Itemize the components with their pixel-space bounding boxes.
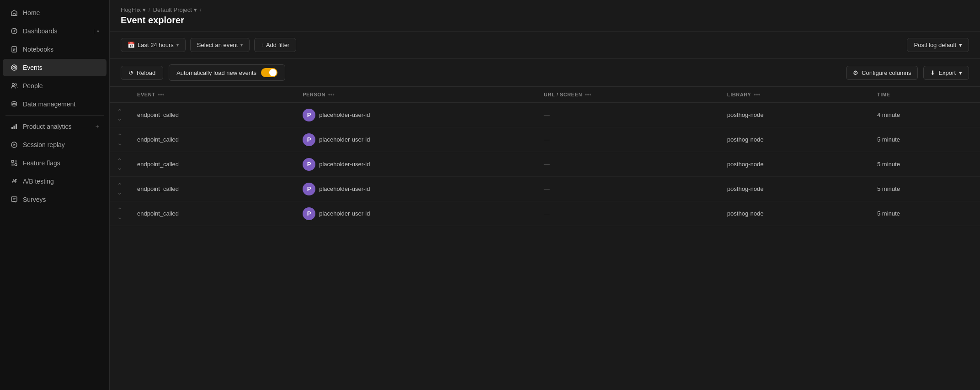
table-row[interactable]: ⌃ ⌄ endpoint_called P placeholder-user-i… [110, 177, 980, 201]
events-table: EVENT ••• PERSON ••• URL / SCREEN [110, 87, 980, 226]
add-filter-button[interactable]: + Add filter [254, 38, 296, 52]
configure-label: Configure columns [862, 69, 911, 76]
col-event-more-icon[interactable]: ••• [158, 91, 164, 98]
export-button[interactable]: ⬇ Export ▾ [923, 66, 969, 80]
col-time-label: TIME [877, 92, 890, 97]
sidebar-item-surveys-label: Surveys [23, 196, 46, 203]
col-person-more-icon[interactable]: ••• [328, 91, 335, 98]
row-library-cell: posthog-node [720, 127, 870, 152]
col-url-label: URL / SCREEN [544, 92, 582, 97]
sidebar-item-surveys[interactable]: Surveys [3, 191, 107, 208]
row-expand-cell: ⌃ ⌄ [110, 103, 130, 127]
sidebar-item-feature-flags[interactable]: Feature flags [3, 154, 107, 172]
row-url-cell: — [537, 127, 720, 152]
product-analytics-plus-icon[interactable]: + [96, 123, 99, 130]
row-expand-cell: ⌃ ⌄ [110, 177, 130, 201]
sidebar-item-data-management-label: Data management [23, 100, 75, 108]
expand-icon[interactable]: ⌃ ⌄ [117, 158, 122, 171]
breadcrumb-sep-1: / [149, 6, 150, 13]
row-event-cell: endpoint_called [130, 127, 295, 152]
posthog-default-button[interactable]: PostHog default ▾ [907, 38, 969, 52]
surveys-icon [10, 195, 18, 204]
time-range-button[interactable]: 📅 Last 24 hours ▾ [121, 38, 186, 52]
person-name: placeholder-user-id [319, 111, 370, 118]
posthog-default-label: PostHog default [914, 42, 956, 48]
row-event-cell: endpoint_called [130, 103, 295, 127]
table-row[interactable]: ⌃ ⌄ endpoint_called P placeholder-user-i… [110, 201, 980, 226]
row-time-cell: 5 minute [870, 177, 980, 201]
col-event: EVENT ••• [130, 87, 295, 103]
person-avatar: P [303, 207, 315, 220]
svg-rect-19 [15, 160, 17, 163]
sidebar-item-product-analytics[interactable]: Product analytics + [3, 118, 107, 135]
sidebar-item-data-management[interactable]: Data management [3, 95, 107, 113]
select-event-button[interactable]: Select an event ▾ [190, 38, 250, 52]
sidebar-divider [5, 115, 104, 116]
row-url-cell: — [537, 177, 720, 201]
row-expand-cell: ⌃ ⌄ [110, 152, 130, 177]
row-expand-cell: ⌃ ⌄ [110, 201, 130, 226]
sidebar-item-notebooks[interactable]: Notebooks [3, 41, 107, 58]
expand-icon[interactable]: ⌃ ⌄ [117, 108, 122, 121]
expand-icon[interactable]: ⌃ ⌄ [117, 133, 122, 146]
table-row[interactable]: ⌃ ⌄ endpoint_called P placeholder-user-i… [110, 127, 980, 152]
sidebar-item-people[interactable]: People [3, 77, 107, 95]
row-event-cell: endpoint_called [130, 201, 295, 226]
person-avatar: P [303, 109, 315, 121]
configure-columns-button[interactable]: ⚙ Configure columns [846, 66, 918, 80]
ab-testing-icon [10, 177, 18, 185]
row-person-cell: P placeholder-user-id [295, 103, 537, 127]
expand-icon[interactable]: ⌃ ⌄ [117, 182, 122, 195]
sidebar-item-ab-testing-label: A/B testing [23, 178, 54, 185]
table-row[interactable]: ⌃ ⌄ endpoint_called P placeholder-user-i… [110, 152, 980, 177]
sidebar-item-session-replay[interactable]: Session replay [3, 136, 107, 153]
svg-rect-23 [11, 197, 17, 201]
sidebar-item-dashboards-label: Dashboards [23, 27, 58, 35]
row-library-cell: posthog-node [720, 177, 870, 201]
sidebar-item-events[interactable]: Events [3, 59, 107, 76]
sidebar-item-dashboards[interactable]: Dashboards │ ▾ [3, 22, 107, 40]
svg-rect-20 [11, 163, 14, 166]
row-person-cell: P placeholder-user-id [295, 152, 537, 177]
person-avatar: P [303, 158, 315, 171]
table-header: EVENT ••• PERSON ••• URL / SCREEN [110, 87, 980, 103]
person-name: placeholder-user-id [319, 136, 370, 143]
sidebar-item-people-label: People [23, 82, 43, 90]
col-library-more-icon[interactable]: ••• [754, 91, 760, 98]
row-person-cell: P placeholder-user-id [295, 201, 537, 226]
row-person-cell: P placeholder-user-id [295, 177, 537, 201]
reload-icon: ↺ [128, 69, 133, 76]
row-person-cell: P placeholder-user-id [295, 127, 537, 152]
table-row[interactable]: ⌃ ⌄ endpoint_called P placeholder-user-i… [110, 103, 980, 127]
svg-rect-15 [16, 124, 17, 129]
subproject-chevron-icon: ▾ [194, 6, 197, 13]
reload-button[interactable]: ↺ Reload [121, 66, 163, 80]
breadcrumb-project[interactable]: HogFlix ▾ [121, 6, 146, 13]
session-replay-icon [10, 141, 18, 149]
svg-point-11 [15, 84, 17, 85]
auto-load-container: Automatically load new events [169, 64, 285, 81]
col-url-more-icon[interactable]: ••• [585, 91, 591, 98]
row-event-cell: endpoint_called [130, 177, 295, 201]
col-person-label: PERSON [303, 92, 325, 97]
sidebar: Home Dashboards │ ▾ Notebooks [0, 0, 110, 390]
expand-icon[interactable]: ⌃ ⌄ [117, 207, 122, 220]
col-time: TIME [870, 87, 980, 103]
auto-load-toggle[interactable] [261, 68, 277, 77]
svg-point-12 [12, 102, 16, 104]
main-content: HogFlix ▾ / Default Project ▾ / Event ex… [110, 0, 980, 390]
dashboards-chevron-icon: │ ▾ [93, 29, 99, 34]
breadcrumb-subproject[interactable]: Default Project ▾ [153, 6, 197, 13]
svg-rect-14 [14, 126, 15, 129]
row-time-cell: 5 minute [870, 127, 980, 152]
row-time-cell: 5 minute [870, 201, 980, 226]
row-library-cell: posthog-node [720, 103, 870, 127]
add-filter-label: + Add filter [261, 42, 289, 48]
sidebar-item-home[interactable]: Home [3, 4, 107, 21]
breadcrumb-sep-2: / [200, 6, 202, 13]
col-person: PERSON ••• [295, 87, 537, 103]
sidebar-item-ab-testing[interactable]: A/B testing [3, 173, 107, 190]
events-icon [10, 63, 18, 72]
home-icon [10, 9, 18, 17]
row-expand-cell: ⌃ ⌄ [110, 127, 130, 152]
